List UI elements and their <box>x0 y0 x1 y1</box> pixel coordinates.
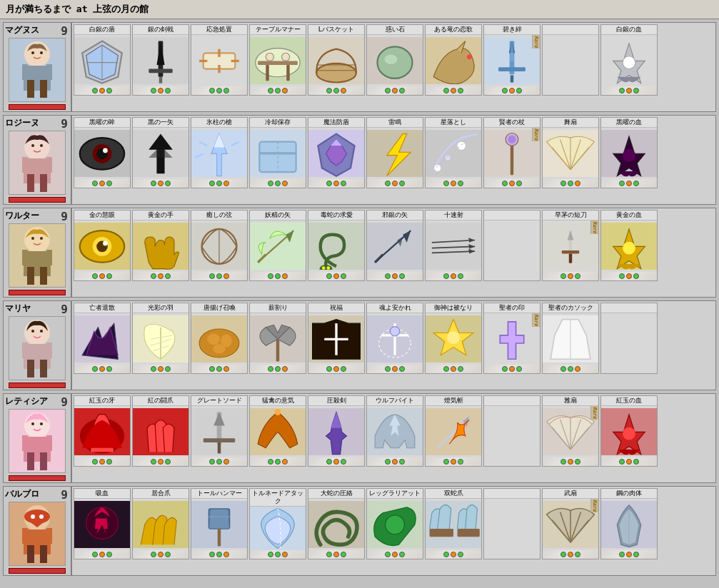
card-image <box>133 499 188 550</box>
card-leticia-2[interactable]: グレートソード <box>191 395 248 467</box>
dot-green <box>165 552 171 557</box>
card-walter-2[interactable]: 癒しの弦 <box>191 210 248 281</box>
card-maria-7[interactable]: 聖者の印 Rare <box>483 303 540 374</box>
card-rozinu-5[interactable]: 雷鳴 <box>366 117 423 188</box>
card-dots <box>149 272 172 280</box>
dot-green <box>458 88 463 93</box>
card-maria-9[interactable] <box>600 303 658 374</box>
card-magnus-4[interactable]: Lバスケット <box>308 24 365 96</box>
card-maria-0[interactable]: 亡者退散 <box>74 303 131 374</box>
card-leticia-3[interactable]: 猛禽の意気 <box>249 395 306 467</box>
card-walter-5[interactable]: 邪銀の矢 <box>366 210 423 281</box>
card-walter-8[interactable]: 早茅の短刀 Rare <box>542 210 599 281</box>
card-rozinu-3[interactable]: 冷却保存 <box>249 117 306 188</box>
card-balpro-9[interactable]: 鋼の肉体 <box>600 488 658 559</box>
card-magnus-5[interactable]: 惑い石 <box>366 24 423 96</box>
card-rozinu-2[interactable]: 氷柱の槍 <box>191 117 248 188</box>
card-balpro-8[interactable]: 武扇 Rare <box>542 488 599 559</box>
svg-rect-242 <box>484 505 540 553</box>
card-title: 御神は被なり <box>426 303 481 313</box>
svg-point-143 <box>623 241 635 254</box>
card-maria-6[interactable]: 御神は被なり <box>425 303 482 374</box>
dot-orange <box>626 273 632 279</box>
card-balpro-6[interactable]: 双蛇爪 <box>425 488 482 559</box>
dot-orange <box>392 366 398 372</box>
card-leticia-7[interactable] <box>483 395 540 467</box>
card-balpro-2[interactable]: トールハンマー <box>191 488 248 559</box>
card-rozinu-9[interactable]: 黒曜の血 <box>600 117 658 188</box>
dot-green <box>151 552 156 557</box>
card-magnus-6[interactable]: ある竜の恋歌 <box>425 24 482 96</box>
card-maria-3[interactable]: 薪割り <box>249 303 306 374</box>
dot-green <box>458 366 463 372</box>
card-image <box>367 313 423 365</box>
card-rozinu-0[interactable]: 黒曜の眸 <box>74 117 131 188</box>
dot-green <box>92 552 98 557</box>
card-magnus-3[interactable]: テーブルマナー <box>249 24 306 96</box>
card-image <box>250 128 306 179</box>
dot-green <box>333 88 339 93</box>
card-walter-6[interactable]: 十速射 <box>425 210 482 281</box>
card-maria-1[interactable]: 光彩の羽 <box>132 303 189 374</box>
card-magnus-8[interactable] <box>542 24 599 96</box>
card-title: 圧殺剣 <box>308 396 364 406</box>
card-rozinu-7[interactable]: 賢者の杖 Rare <box>483 117 540 188</box>
card-image <box>250 313 306 365</box>
dot-orange <box>99 552 105 557</box>
dot-green <box>633 459 639 465</box>
svg-point-82 <box>446 155 451 160</box>
dot-green <box>151 88 156 93</box>
card-balpro-3[interactable]: トルネードアタック <box>249 488 306 559</box>
card-walter-4[interactable]: 毒蛇の求愛 <box>308 210 365 281</box>
card-maria-5[interactable]: 魂よ安かれ <box>366 303 423 374</box>
dot-green <box>106 273 112 279</box>
card-rozinu-8[interactable]: 舞扇 <box>542 117 599 188</box>
cards-area-magnus: 白銀の盾 銀の剣戟 応急処置 <box>72 23 715 111</box>
card-rozinu-6[interactable]: 星落とし <box>425 117 482 188</box>
card-maria-4[interactable]: 祝福 <box>308 303 365 374</box>
card-walter-7[interactable] <box>483 210 540 281</box>
card-leticia-5[interactable]: ウルフバイト <box>366 395 423 467</box>
dot-green <box>341 552 346 557</box>
svg-rect-226 <box>27 545 34 563</box>
card-magnus-7[interactable]: 碧き絆 Rare <box>483 24 540 96</box>
card-leticia-0[interactable]: 紅玉の牙 <box>74 395 131 467</box>
card-magnus-9[interactable]: 白銀の血 <box>600 24 658 96</box>
svg-rect-181 <box>601 320 657 368</box>
dot-green <box>385 273 391 279</box>
svg-point-29 <box>266 53 273 61</box>
svg-rect-104 <box>27 267 34 285</box>
card-walter-0[interactable]: 金の慧眼 <box>74 210 131 281</box>
card-dots <box>501 365 523 373</box>
dot-green <box>399 459 405 465</box>
card-rozinu-1[interactable]: 黒の一矢 <box>132 117 189 188</box>
card-magnus-0[interactable]: 白銀の盾 <box>74 24 131 96</box>
card-balpro-1[interactable]: 居合爪 <box>132 488 189 559</box>
card-walter-1[interactable]: 黄金の手 <box>132 210 189 281</box>
dot-green <box>151 459 156 465</box>
hp-bar-maria <box>9 382 66 388</box>
card-leticia-1[interactable]: 紅の闘爪 <box>132 395 189 467</box>
card-walter-3[interactable]: 妖精の矢 <box>249 210 306 281</box>
card-balpro-0[interactable]: 吸血 <box>74 488 131 559</box>
card-walter-9[interactable]: 黄金の血 <box>600 210 658 281</box>
card-balpro-4[interactable]: 大蛇の圧絡 <box>308 488 365 559</box>
card-leticia-6[interactable]: 燈気斬 <box>425 395 482 467</box>
card-balpro-5[interactable]: レッグラリアット <box>366 488 423 559</box>
card-leticia-4[interactable]: 圧殺剣 <box>308 395 365 467</box>
card-leticia-9[interactable]: 紅玉の血 <box>600 395 658 467</box>
card-magnus-1[interactable]: 銀の剣戟 <box>132 24 189 96</box>
card-balpro-7[interactable] <box>483 488 540 559</box>
card-title: 光彩の羽 <box>133 303 188 313</box>
card-title: 惑い石 <box>367 25 423 35</box>
card-maria-8[interactable]: 聖者のカソック <box>542 303 599 374</box>
dot-green <box>619 552 625 557</box>
svg-point-6 <box>40 51 43 54</box>
svg-rect-57 <box>40 174 47 192</box>
card-maria-2[interactable]: 唐揚げ召喚 <box>191 303 248 374</box>
dot-orange <box>333 273 339 279</box>
card-rozinu-4[interactable]: 魔法防盾 <box>308 117 365 188</box>
card-leticia-8[interactable]: 雅扇 Rare <box>542 395 599 467</box>
card-magnus-2[interactable]: 応急処置 <box>191 24 248 96</box>
dot-green <box>151 273 156 279</box>
